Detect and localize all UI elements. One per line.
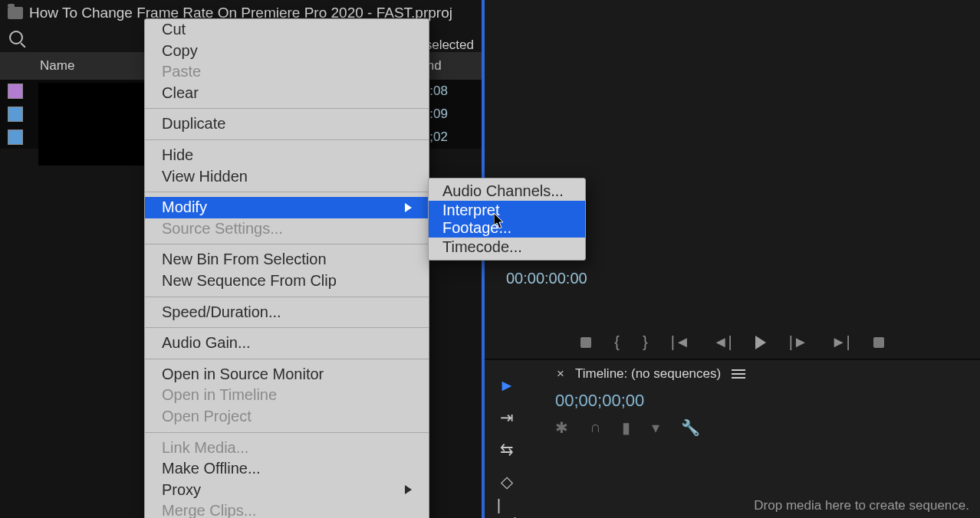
selection-tool-icon[interactable]: ► xyxy=(497,375,517,395)
panel-menu-icon[interactable] xyxy=(732,373,745,375)
export-frame-icon[interactable] xyxy=(873,337,884,348)
menu-separator xyxy=(145,244,429,244)
close-icon[interactable]: × xyxy=(557,366,564,382)
menu-item-open-in-source-monitor[interactable]: Open in Source Monitor xyxy=(145,364,429,385)
submenu-arrow-icon xyxy=(405,485,412,494)
snap-icon[interactable]: ✱ xyxy=(555,418,568,437)
menu-separator xyxy=(145,192,429,192)
context-menu: Cut Copy Paste Clear Duplicate Hide View… xyxy=(144,18,429,518)
go-to-in-icon[interactable]: |◄ xyxy=(671,333,690,351)
track-select-icon[interactable]: ⇥ xyxy=(497,408,517,428)
label-swatch[interactable] xyxy=(8,84,23,99)
razor-tool-icon[interactable]: ◇ xyxy=(497,472,517,492)
menu-separator xyxy=(145,297,429,297)
bin-icon xyxy=(8,7,23,19)
search-icon[interactable] xyxy=(9,31,23,44)
submenu-arrow-icon xyxy=(405,203,412,212)
menu-item-make-offline[interactable]: Make Offline... xyxy=(145,458,429,480)
slip-tool-icon[interactable]: |↔| xyxy=(497,504,517,518)
menu-item-duplicate[interactable]: Duplicate xyxy=(145,113,429,135)
marker-icon[interactable]: ▾ xyxy=(652,418,659,437)
transport-controls: { } |◄ ◄| |► ►| xyxy=(485,333,980,351)
modify-submenu: Audio Channels... Interpret Footage... T… xyxy=(428,178,586,261)
timeline-panel: × Timeline: (no sequences) 00;00;00;00 ✱… xyxy=(485,359,980,518)
menu-separator xyxy=(145,359,429,359)
label-swatch[interactable] xyxy=(8,107,23,122)
submenu-item-interpret-footage[interactable]: Interpret Footage... xyxy=(429,201,585,238)
program-timecode[interactable]: 00:00:00:00 xyxy=(506,270,587,287)
label-swatch[interactable] xyxy=(8,130,23,145)
submenu-item-timecode[interactable]: Timecode... xyxy=(429,238,585,257)
menu-item-open-project: Open Project xyxy=(145,406,429,428)
menu-separator xyxy=(145,327,429,328)
menu-item-view-hidden[interactable]: View Hidden xyxy=(145,166,429,188)
menu-item-new-bin-from-selection[interactable]: New Bin From Selection xyxy=(145,249,429,270)
go-to-out-icon[interactable]: ►| xyxy=(831,333,850,351)
menu-item-source-settings: Source Settings... xyxy=(145,218,429,240)
menu-item-modify[interactable]: Modify xyxy=(145,197,429,218)
menu-item-open-in-timeline: Open in Timeline xyxy=(145,385,429,406)
timeline-tab-label[interactable]: Timeline: (no sequences) xyxy=(575,366,721,382)
menu-item-copy[interactable]: Copy xyxy=(145,41,429,62)
ripple-edit-icon[interactable]: ⇆ xyxy=(497,440,517,460)
menu-item-proxy[interactable]: Proxy xyxy=(145,480,429,501)
menu-item-clear[interactable]: Clear xyxy=(145,83,429,104)
timeline-drop-hint: Drop media here to create sequence. xyxy=(754,498,969,513)
clip-thumbnail[interactable] xyxy=(38,83,146,166)
menu-separator xyxy=(145,108,429,109)
timeline-icon-row: ✱ ∩ ▮ ▾ 🔧 xyxy=(485,411,980,437)
menu-item-speed-duration[interactable]: Speed/Duration... xyxy=(145,302,429,323)
menu-item-merge-clips: Merge Clips... xyxy=(145,500,429,518)
linked-selection-icon[interactable]: ∩ xyxy=(590,418,600,437)
menu-separator xyxy=(145,139,429,140)
settings-wrench-icon[interactable]: 🔧 xyxy=(681,418,700,437)
menu-item-paste: Paste xyxy=(145,61,429,83)
timeline-tab-bar: × Timeline: (no sequences) xyxy=(485,360,980,388)
timeline-timecode[interactable]: 00;00;00;00 xyxy=(485,388,980,411)
menu-item-link-media: Link Media... xyxy=(145,438,429,459)
menu-separator xyxy=(145,432,429,433)
step-forward-icon[interactable]: |► xyxy=(789,333,808,351)
mark-in-icon[interactable] xyxy=(580,337,591,348)
menu-item-cut[interactable]: Cut xyxy=(145,19,429,41)
bracket-out-icon[interactable]: } xyxy=(643,333,648,351)
tool-column: ► ⇥ ⇆ ◇ |↔| ✎ xyxy=(497,375,517,518)
menu-item-hide[interactable]: Hide xyxy=(145,145,429,166)
submenu-item-audio-channels[interactable]: Audio Channels... xyxy=(429,182,585,201)
bracket-in-icon[interactable]: { xyxy=(614,333,620,351)
play-icon[interactable] xyxy=(755,336,766,349)
menu-item-audio-gain[interactable]: Audio Gain... xyxy=(145,333,429,354)
menu-item-new-sequence-from-clip[interactable]: New Sequence From Clip xyxy=(145,270,429,292)
step-back-icon[interactable]: ◄| xyxy=(713,333,732,351)
add-marker-icon[interactable]: ▮ xyxy=(622,418,630,437)
